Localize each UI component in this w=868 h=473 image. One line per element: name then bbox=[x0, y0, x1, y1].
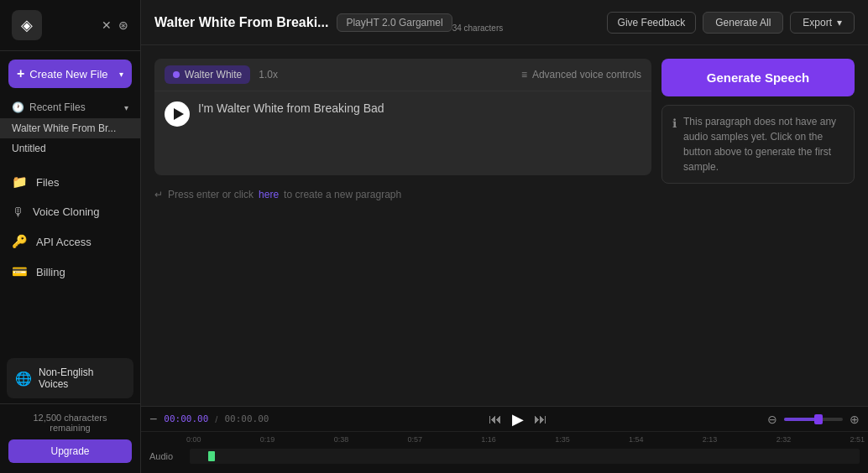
timeline: − 00:00.00 / 00:00.00 ⏮ ▶ ⏭ ⊖ ⊕ 0:00 0 bbox=[141, 406, 868, 473]
new-paragraph-hint: ↵ Press enter or click here to create a … bbox=[154, 189, 855, 200]
sliders-icon: ≡ bbox=[521, 69, 527, 81]
play-button[interactable] bbox=[165, 101, 190, 127]
voice-badge[interactable]: PlayHT 2.0 Gargamel bbox=[337, 13, 452, 32]
globe-icon: 🌐 bbox=[15, 371, 32, 387]
export-label: Export bbox=[803, 17, 832, 29]
sidebar-footer: 12,500 characters remaining Upgrade bbox=[0, 403, 140, 473]
ruler-mark: 1:16 bbox=[481, 435, 496, 444]
timeline-zoom-minus[interactable]: − bbox=[149, 412, 157, 427]
ruler-mark: 0:38 bbox=[334, 435, 349, 444]
play-icon bbox=[174, 108, 184, 120]
info-text: This paragraph does not have any audio s… bbox=[683, 114, 844, 174]
enter-icon: ↵ bbox=[154, 189, 163, 200]
billing-icon: 💳 bbox=[12, 264, 28, 279]
play-pause-button[interactable]: ▶ bbox=[512, 410, 524, 429]
ruler-mark: 0:57 bbox=[407, 435, 422, 444]
timeline-current-time: 00:00.00 bbox=[164, 413, 208, 424]
api-icon: 🔑 bbox=[12, 234, 28, 249]
main-content: Walter White From Breaki... PlayHT 2.0 G… bbox=[141, 0, 868, 473]
logo-icon[interactable]: ◈ bbox=[12, 10, 42, 40]
chars-remaining: 12,500 characters remaining bbox=[8, 413, 132, 433]
export-button[interactable]: Export ▾ bbox=[790, 12, 855, 34]
sidebar-item-label: Files bbox=[36, 176, 59, 189]
info-icon: ℹ bbox=[672, 115, 677, 174]
editor-area: Walter White 1.0x ≡ Advanced voice contr… bbox=[141, 45, 868, 406]
ruler-mark: 1:35 bbox=[555, 435, 570, 444]
paragraph-text[interactable]: I'm Walter White from Breaking Bad bbox=[198, 100, 641, 117]
paragraph-controls: Walter White 1.0x ≡ Advanced voice contr… bbox=[154, 59, 651, 91]
paragraph-content: I'm Walter White from Breaking Bad bbox=[154, 91, 651, 175]
ruler-mark: 0:00 bbox=[186, 435, 201, 444]
chars-count: 34 characters bbox=[452, 23, 504, 36]
time-separator: / bbox=[215, 414, 217, 424]
paragraph-box: Walter White 1.0x ≡ Advanced voice contr… bbox=[154, 59, 651, 175]
generate-all-button[interactable]: Generate All bbox=[703, 12, 783, 34]
voice-dot bbox=[173, 71, 180, 78]
sidebar-item-billing[interactable]: 💳 Billing bbox=[0, 257, 140, 287]
topbar: Walter White From Breaki... PlayHT 2.0 G… bbox=[141, 0, 868, 45]
non-english-label: Non-English Voices bbox=[39, 366, 125, 390]
ruler-mark: 0:19 bbox=[260, 435, 275, 444]
twitter-icon[interactable]: ✕ bbox=[102, 18, 112, 32]
skip-forward-button[interactable]: ⏭ bbox=[534, 412, 547, 427]
audio-label: Audio bbox=[149, 451, 183, 461]
zoom-handle bbox=[814, 414, 823, 424]
topbar-right: Give Feedback Generate All Export ▾ bbox=[607, 12, 855, 34]
paragraph-row: Walter White 1.0x ≡ Advanced voice contr… bbox=[154, 59, 855, 184]
sidebar-item-label: API Access bbox=[36, 236, 92, 248]
voice-selector[interactable]: Walter White bbox=[165, 65, 250, 84]
discord-icon[interactable]: ⊛ bbox=[118, 18, 128, 32]
create-new-label: Create New File bbox=[29, 68, 107, 81]
feedback-button[interactable]: Give Feedback bbox=[607, 12, 697, 34]
plus-icon: + bbox=[17, 66, 24, 81]
hint-prefix: Press enter or click bbox=[168, 189, 254, 200]
social-icons: ✕ ⊛ bbox=[102, 18, 128, 32]
upgrade-button[interactable]: Upgrade bbox=[8, 439, 132, 463]
chevron-down-icon: ▾ bbox=[119, 70, 123, 79]
create-new-button[interactable]: + Create New File ▾ bbox=[8, 60, 132, 88]
info-box: ℹ This paragraph does not have any audio… bbox=[661, 105, 855, 184]
speed-control[interactable]: 1.0x bbox=[259, 69, 278, 81]
ruler-mark: 2:32 bbox=[776, 435, 792, 444]
sidebar-item-voice-cloning[interactable]: 🎙 Voice Cloning bbox=[0, 197, 140, 226]
generate-speech-button[interactable]: Generate Speech bbox=[661, 59, 855, 96]
zoom-fill bbox=[784, 418, 818, 421]
voice-cloning-icon: 🎙 bbox=[12, 205, 24, 219]
hint-link[interactable]: here bbox=[259, 189, 279, 200]
file-item[interactable]: Walter White From Br... bbox=[0, 118, 140, 138]
zoom-slider[interactable] bbox=[784, 418, 843, 421]
sidebar-header: ◈ ✕ ⊛ bbox=[0, 0, 140, 51]
non-english-voices[interactable]: 🌐 Non-English Voices bbox=[7, 358, 133, 398]
file-item[interactable]: Untitled bbox=[0, 138, 140, 159]
recent-files-header[interactable]: 🕐 Recent Files ▾ bbox=[0, 96, 140, 118]
sidebar-item-label: Voice Cloning bbox=[33, 205, 100, 218]
hint-suffix: to create a new paragraph bbox=[284, 189, 401, 200]
clock-icon: 🕐 bbox=[12, 101, 24, 113]
ruler-mark: 1:54 bbox=[629, 435, 644, 444]
voice-name: Walter White bbox=[185, 69, 242, 81]
ruler-mark: 2:13 bbox=[703, 435, 718, 444]
waveform-clip bbox=[208, 451, 215, 461]
files-icon: 📁 bbox=[12, 174, 28, 190]
sidebar-item-files[interactable]: 📁 Files bbox=[0, 167, 140, 197]
document-title: Walter White From Breaki... bbox=[154, 15, 328, 30]
export-chevron-icon: ▾ bbox=[837, 17, 842, 29]
ruler-mark: 2:51 bbox=[850, 435, 865, 444]
timeline-total-time: 00:00.00 bbox=[224, 413, 269, 424]
sidebar-item-api-access[interactable]: 🔑 API Access bbox=[0, 226, 140, 257]
sidebar-item-label: Billing bbox=[36, 266, 65, 278]
sidebar: ◈ ✕ ⊛ + Create New File ▾ 🕐 Recent Files… bbox=[0, 0, 141, 473]
generate-panel: Generate Speech ℹ This paragraph does no… bbox=[661, 59, 855, 184]
skip-back-button[interactable]: ⏮ bbox=[489, 412, 502, 427]
advanced-voice-controls[interactable]: ≡ Advanced voice controls bbox=[521, 69, 641, 81]
zoom-in-icon[interactable]: ⊕ bbox=[850, 413, 860, 426]
zoom-out-icon[interactable]: ⊖ bbox=[767, 413, 777, 426]
recent-files-label: Recent Files bbox=[29, 101, 86, 113]
chevron-icon: ▾ bbox=[124, 103, 128, 112]
adv-controls-label: Advanced voice controls bbox=[532, 69, 641, 81]
nav-section: 📁 Files 🎙 Voice Cloning 🔑 API Access 💳 B… bbox=[0, 167, 140, 353]
